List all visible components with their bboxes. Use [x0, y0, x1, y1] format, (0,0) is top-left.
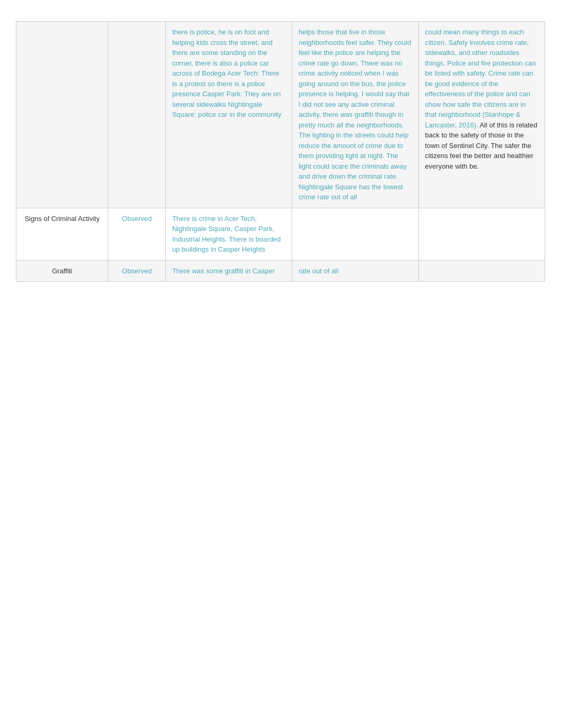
- indicator-cell: Signs of Criminal Activity: [16, 208, 108, 260]
- connection-cell: [418, 208, 545, 260]
- method-label: Observed: [122, 267, 152, 275]
- main-table: there is police, he is on foot and helpi…: [16, 21, 545, 282]
- method-cell: [108, 22, 166, 208]
- data-cell: There was some graffiti in Casper: [165, 260, 292, 282]
- inference-cell: [292, 208, 418, 260]
- data-text: There is crime in Acer Tech, Nightingale…: [172, 215, 281, 254]
- method-label: Observed: [122, 215, 152, 223]
- table-row: there is police, he is on foot and helpi…: [16, 22, 545, 208]
- data-text: There was some graffiti in Casper: [172, 267, 275, 275]
- inference-cell: rate out of all: [292, 260, 418, 282]
- connection-cell: [418, 260, 545, 282]
- data-cell: there is police, he is on foot and helpi…: [165, 22, 292, 208]
- method-cell: Observed: [108, 260, 166, 282]
- data-cell: There is crime in Acer Tech, Nightingale…: [165, 208, 292, 260]
- inference-text: helps those that live in those neighborh…: [298, 28, 411, 201]
- indicator-label: Signs of Criminal Activity: [24, 215, 99, 223]
- indicator-label: Graffiti: [52, 267, 72, 275]
- inference-cell: helps those that live in those neighborh…: [292, 22, 418, 208]
- connection-text-teal: could mean many things to each citizen. …: [425, 28, 536, 129]
- method-cell: Observed: [108, 208, 166, 260]
- table-row: Signs of Criminal Activity Observed Ther…: [16, 208, 545, 260]
- data-text: there is police, he is on foot and helpi…: [172, 28, 282, 118]
- table-row: Graffiti Observed There was some graffit…: [16, 260, 545, 282]
- connection-cell: could mean many things to each citizen. …: [418, 22, 545, 208]
- indicator-cell: [16, 22, 108, 208]
- inference-text: rate out of all: [298, 267, 338, 275]
- indicator-cell: Graffiti: [16, 260, 108, 282]
